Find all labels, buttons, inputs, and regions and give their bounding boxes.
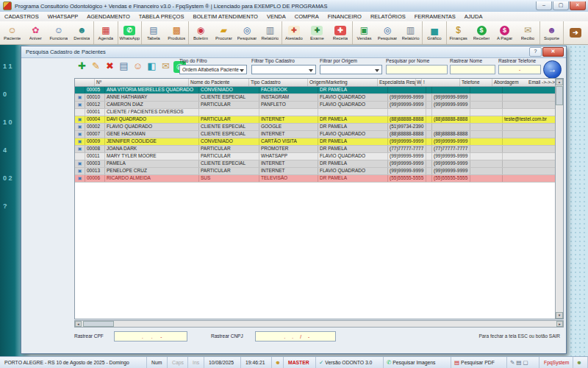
- search-name-input[interactable]: [386, 65, 448, 74]
- trace-phone-input[interactable]: [498, 65, 541, 74]
- patient-row[interactable]: 00001 CLIENTE / PACIENTES DIVERSOS: [75, 109, 556, 116]
- menu-whatsapp[interactable]: WHATSAPP: [43, 12, 83, 21]
- col-tipo-cadastro[interactable]: Tipo Cadastro: [249, 79, 308, 86]
- scrollbar-thumb[interactable]: [83, 321, 114, 327]
- toolbar-financas-button[interactable]: $ Finanças: [446, 21, 470, 44]
- scroll-down-icon[interactable]: ▾: [556, 312, 563, 319]
- photo-icon[interactable]: ◧: [146, 59, 158, 74]
- toolbar-suporte-button[interactable]: ☻ Suporte: [539, 21, 564, 44]
- menu-ajuda[interactable]: AJUDA: [460, 12, 487, 21]
- toolbar-pesquisar-button[interactable]: ◎ Pesquisar: [235, 21, 259, 44]
- add-record-icon[interactable]: ✚: [76, 59, 88, 74]
- col-especialista[interactable]: Especialista Responsável: [378, 79, 416, 86]
- help-icon[interactable]: ?: [529, 47, 542, 57]
- patient-row[interactable]: ▣ 00010 ANNE HATHAWAY CLIENTE ESPECIAL I…: [75, 94, 556, 102]
- toolbar-boletim-button[interactable]: ◉ Boletim: [188, 21, 212, 44]
- print-icon[interactable]: ▤: [118, 59, 130, 74]
- patient-row[interactable]: ▣ 00003 PAMELA CLIENTE ESPECIAL INTERNET…: [75, 160, 556, 168]
- menu-compra[interactable]: COMPRA: [290, 12, 323, 21]
- toolbar-receita-button[interactable]: ✚ Receita: [329, 21, 352, 44]
- trace-cnpj-input[interactable]: [255, 331, 336, 342]
- patient-row[interactable]: ▣ 00009 JENNIFER COOLIDGE CONVENIADO CAR…: [75, 138, 556, 146]
- toolbar-produtos-button[interactable]: ▩ Produtos: [165, 21, 189, 44]
- scroll-up-icon[interactable]: ▴: [556, 79, 563, 85]
- col-email[interactable]: Email ->->->: [527, 79, 556, 86]
- cell-nome: JENNIFER COOLIDGE: [105, 138, 199, 145]
- filter-cadastro-select[interactable]: [251, 65, 316, 74]
- contact-card-icon[interactable]: ☺: [132, 59, 144, 74]
- minimize-icon[interactable]: –: [536, 1, 552, 10]
- cell-numero: 00009: [85, 138, 105, 145]
- col-whatsapp[interactable]: Whatsapp: [416, 79, 422, 86]
- toolbar-funciona-button[interactable]: ☺ Funciona: [47, 21, 71, 44]
- menu-agendamento[interactable]: AGENDAMENTO: [82, 12, 135, 21]
- col-abordagem[interactable]: Abordagem: [492, 79, 527, 86]
- trace-cpf-input[interactable]: [114, 331, 187, 342]
- cell-nome: JOANA DARK: [105, 146, 199, 152]
- toolbar-tabela-button[interactable]: ▤ Tabela: [141, 21, 165, 44]
- menu-venda[interactable]: VENDA: [262, 12, 290, 21]
- menu-financeiro[interactable]: FINANCEIRO: [323, 12, 366, 21]
- patient-row[interactable]: ▣ 00002 FLAVIO QUADRADO CLIENTE ESPECIAL…: [75, 124, 556, 131]
- email-icon[interactable]: ✉: [159, 59, 172, 74]
- toolbar-paciente-button[interactable]: ☺ Paciente: [1, 21, 24, 44]
- toolbar-whatsapp-button[interactable]: ✆ WhatsApp: [118, 21, 142, 44]
- menu-ferramentas[interactable]: FERRAMENTAS: [410, 12, 460, 21]
- maximize-icon[interactable]: ▢: [553, 1, 569, 10]
- scroll-right-icon[interactable]: ▸: [556, 321, 563, 327]
- toolbar-recibo-button[interactable]: ✉ Recibo: [516, 21, 539, 44]
- toolbar-exame-button[interactable]: ✚ Exame: [306, 21, 329, 44]
- patient-row[interactable]: ▣ 00012 CAMERON DIAZ PARTICULAR PANFLETO…: [75, 102, 556, 109]
- col-telefone[interactable]: Telefone: [460, 79, 492, 86]
- col-nome[interactable]: Nome do Paciente: [189, 79, 249, 86]
- menu-tabela-precos[interactable]: TABELA PREÇOS: [135, 12, 189, 21]
- dialog-titlebar[interactable]: Pesquisa Cadastro de Pacientes: [21, 46, 566, 58]
- status-segment-icon: ☻: [576, 359, 582, 366]
- toolbar-grafico-button[interactable]: ▅ Gráfico: [422, 21, 446, 44]
- patient-row[interactable]: ▣ 00008 JOANA DARK PARTICULAR PROMOTER D…: [75, 146, 556, 153]
- menu-boletim-atendimento[interactable]: BOLETIM ATENDIMENTO: [188, 12, 262, 21]
- toolbar-sair-button[interactable]: ➔: [563, 21, 587, 44]
- menu-relatorios[interactable]: RELATÓRIOS: [366, 12, 410, 21]
- toolbar-agenda-button[interactable]: ▦ Agenda: [93, 21, 118, 44]
- patient-row[interactable]: ▣ 00007 GENE HACKMAN CLIENTE ESPECIAL IN…: [75, 131, 556, 138]
- scrollbar-thumb[interactable]: [556, 86, 563, 105]
- toolbar-aniver-button[interactable]: ✿ Aniver: [24, 21, 48, 44]
- toolbar-pesquisar-vendas-button[interactable]: ◎ Pesquisar: [376, 21, 399, 44]
- patient-row[interactable]: ▣ 00004 DAVI QUADRADO PARTICULAR INTERNE…: [75, 116, 556, 124]
- toolbar-atestado-button[interactable]: ✚ Atestado: [282, 21, 306, 44]
- toolbar-relatorio-button[interactable]: ▥ Relatório: [259, 21, 282, 44]
- status-user: MASTER: [284, 357, 316, 368]
- trace-name-input[interactable]: [450, 65, 495, 74]
- col-origem[interactable]: Origem/Marketing: [308, 79, 378, 86]
- vertical-scrollbar[interactable]: ▴ ▾: [555, 79, 563, 319]
- toolbar-apagar-button[interactable]: $ A Pagar: [493, 21, 517, 44]
- toolbar-receber-button[interactable]: $ Receber: [470, 21, 493, 44]
- status-search-pdf-button[interactable]: ▤ Pesquisar PDF: [451, 357, 507, 368]
- scroll-left-icon[interactable]: ◂: [75, 321, 82, 327]
- dialog-close-icon[interactable]: ✕: [542, 47, 564, 57]
- edit-record-icon[interactable]: ✎: [90, 59, 102, 74]
- cell-numero: 00008: [85, 146, 105, 152]
- col-alerta[interactable]: !: [422, 79, 460, 86]
- filter-type-select[interactable]: Ordem Alfabetica Paciente: [179, 65, 247, 74]
- toolbar-relatorio-vendas-button[interactable]: ▥ Relatório: [399, 21, 423, 44]
- filter-origin-select[interactable]: [320, 65, 382, 74]
- delete-record-icon[interactable]: ✖: [104, 59, 116, 74]
- menu-cadastros[interactable]: CADASTROS: [0, 12, 43, 21]
- toolbar-dentista-button[interactable]: ☻ Dentista: [71, 21, 94, 44]
- search-go-button[interactable]: →: [543, 60, 562, 79]
- status-search-images-button[interactable]: ✆ Pesquisar Imagens: [384, 357, 451, 368]
- cell-abordagem: [470, 175, 503, 182]
- toolbar-vendas-button[interactable]: ▣ Vendas: [352, 21, 376, 44]
- toolbar-procurar-button[interactable]: ▰ Procurar: [212, 21, 236, 44]
- col-photo[interactable]: [75, 79, 95, 86]
- patient-row[interactable]: ▣ 00006 RICARDO ALMEIDA SUS TELEVISÃO DR…: [75, 175, 556, 183]
- app-titlebar[interactable]: Programa Consultório Odontológico + Vend…: [0, 0, 588, 13]
- col-numero[interactable]: Nº: [95, 79, 189, 86]
- patient-row[interactable]: 00011 MARY TYLER MOORE PARTICULAR WHATSA…: [75, 153, 556, 160]
- patient-row[interactable]: ▣ 00013 PENELOPE CRUZ PARTICULAR INTERNE…: [75, 168, 556, 175]
- patient-row[interactable]: 00005 ANA VITÓRIA MEIRELLES QUADRADO CON…: [75, 87, 556, 94]
- horizontal-scrollbar[interactable]: ◂ ▸: [74, 320, 564, 328]
- close-icon[interactable]: ✕: [570, 1, 586, 10]
